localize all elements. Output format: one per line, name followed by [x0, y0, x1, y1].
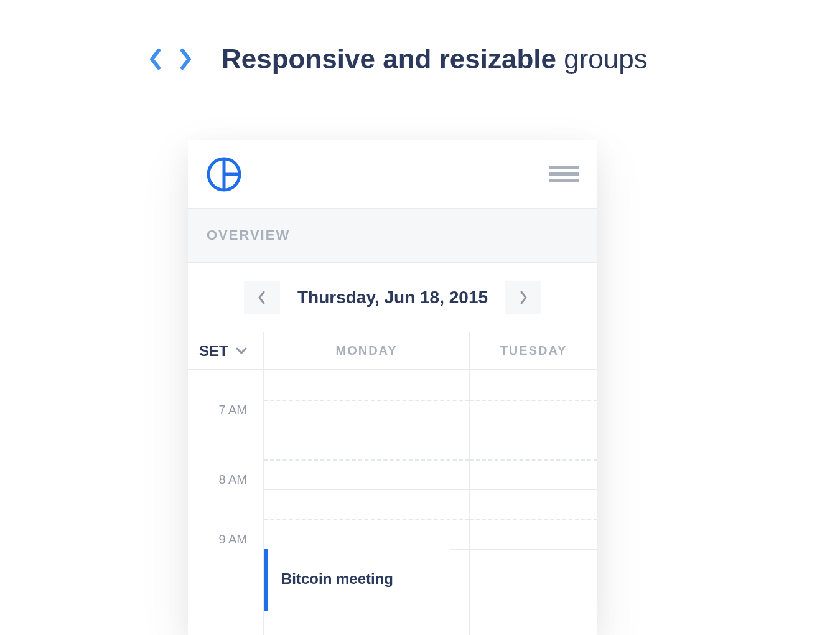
day-body[interactable]: Bitcoin meeting: [264, 370, 469, 635]
hamburger-line-icon: [549, 166, 579, 169]
app-logo[interactable]: [207, 157, 241, 192]
hamburger-line-icon: [549, 179, 579, 182]
time-column: SET 7 AM 8 AM 9 AM: [188, 332, 264, 635]
hamburger-menu-button[interactable]: [549, 163, 579, 185]
grid-line: [264, 489, 469, 490]
date-next-button[interactable]: [505, 281, 541, 314]
time-slot: 8 AM: [188, 449, 263, 509]
grid-line: [264, 430, 469, 430]
page-title: Responsive and resizable groups: [222, 44, 648, 75]
set-dropdown[interactable]: SET: [188, 332, 263, 370]
date-display: Thursday, Jun 18, 2015: [297, 288, 488, 308]
calendar-card: OVERVIEW Thursday, Jun 18, 2015 SET: [188, 140, 597, 635]
chevron-right-icon: [519, 290, 528, 305]
day-body[interactable]: [470, 370, 597, 635]
day-label: MONDAY: [335, 344, 397, 358]
grid-line: [470, 549, 597, 550]
circle-logo-icon: [207, 157, 241, 192]
grid-line: [264, 519, 469, 520]
grid-line: [470, 400, 597, 401]
grid-line: [470, 519, 597, 520]
day-column-monday: MONDAY Bitcoin meeting: [264, 332, 470, 635]
card-header: [188, 140, 597, 209]
date-prev-button[interactable]: [244, 281, 280, 314]
chevron-right-icon: [179, 48, 192, 70]
time-slot: 7 AM: [188, 370, 263, 449]
time-label: 7 AM: [218, 403, 247, 417]
time-slot: 9 AM: [188, 509, 263, 569]
time-label: 8 AM: [218, 473, 247, 487]
day-label: TUESDAY: [500, 344, 567, 358]
grid-line: [470, 459, 597, 461]
chevron-left-icon: [149, 48, 162, 70]
set-label: SET: [199, 342, 228, 360]
overview-section: OVERVIEW: [188, 209, 597, 263]
page-title-light: groups: [556, 44, 648, 74]
grid-line: [470, 430, 597, 430]
event-title: Bitcoin meeting: [281, 570, 436, 588]
time-label: 9 AM: [218, 532, 247, 547]
prev-chevron-button[interactable]: [149, 48, 162, 70]
day-header: MONDAY: [264, 332, 469, 370]
date-navigation: Thursday, Jun 18, 2015: [188, 263, 597, 332]
calendar-event[interactable]: Bitcoin meeting: [264, 549, 450, 611]
overview-label: OVERVIEW: [207, 227, 579, 243]
day-header: TUESDAY: [470, 332, 597, 370]
page-title-bold: Responsive and resizable: [222, 44, 556, 74]
hamburger-line-icon: [549, 172, 579, 176]
grid-line: [470, 489, 597, 490]
day-column-tuesday: TUESDAY: [470, 332, 597, 635]
chevron-down-icon: [236, 347, 247, 355]
grid-line: [264, 459, 469, 461]
calendar-grid: SET 7 AM 8 AM 9 AM MONDAY: [188, 332, 597, 635]
grid-line: [264, 400, 469, 401]
chevron-left-icon: [258, 290, 266, 305]
next-chevron-button[interactable]: [179, 48, 192, 70]
